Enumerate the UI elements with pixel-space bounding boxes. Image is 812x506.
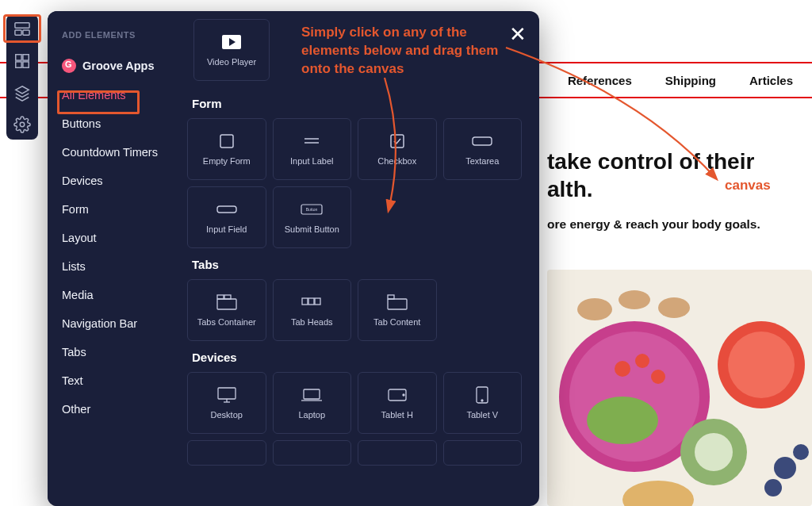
category-label: Countdown Timers [62,146,158,159]
groove-logo-icon [62,59,76,73]
category-label: Lists [62,260,86,273]
nav-item[interactable]: References [568,74,632,87]
play-icon [220,33,243,51]
category-label: Other [62,403,90,416]
tab-heads-icon [301,293,323,311]
svg-point-9 [793,444,809,460]
element-submit-button[interactable]: Button Submit Button [273,186,352,248]
category-devices[interactable]: Devices [48,167,182,195]
element-partial[interactable] [358,440,437,466]
svg-point-11 [577,298,612,320]
tile-label: Checkbox [377,156,416,166]
category-label: Media [62,289,94,301]
category-navigation-bar[interactable]: Navigation Bar [48,309,182,338]
add-elements-panel: ADD ELEMENTS Groove Apps All Elements Bu… [48,11,539,506]
element-laptop[interactable]: Laptop [273,372,352,434]
tile-label: Video Player [207,57,256,67]
element-partial[interactable] [187,440,266,466]
category-countdown-timers[interactable]: Countdown Timers [48,138,182,167]
category-text[interactable]: Text [48,366,182,395]
tablet-h-icon [386,386,408,404]
square-icon [216,132,238,150]
tile-label: Tab Content [373,317,420,327]
elements-icon[interactable] [12,19,33,40]
category-lists[interactable]: Lists [48,252,182,281]
svg-rect-41 [308,298,314,305]
element-checkbox[interactable]: Checkbox [358,118,437,180]
textarea-icon [471,132,493,150]
element-empty-form[interactable]: Empty Form [187,118,266,180]
category-column: ADD ELEMENTS Groove Apps All Elements Bu… [48,11,182,506]
element-input-label[interactable]: Input Label [273,118,352,180]
svg-rect-21 [16,55,21,60]
element-desktop[interactable]: Desktop [187,372,266,434]
nav-item[interactable]: Shipping [665,74,716,87]
svg-point-10 [764,479,782,496]
element-input-field[interactable]: Input Field [187,186,266,248]
tabs-container-icon [216,293,238,311]
category-label: Tabs [62,346,86,358]
close-panel-button[interactable]: ✕ [509,22,527,47]
element-tab-content[interactable]: Tab Content [358,279,437,341]
element-partial[interactable] [443,440,523,466]
button-icon: Button [301,201,323,218]
svg-point-15 [635,354,649,368]
category-label: Form [62,203,89,216]
svg-point-14 [615,361,630,377]
svg-point-3 [587,397,658,444]
layers-icon[interactable] [12,82,33,103]
element-tabs-container[interactable]: Tabs Container [187,279,266,341]
tile-label: Input Label [290,156,333,166]
category-groove-apps[interactable]: Groove Apps [48,51,182,81]
category-all-elements[interactable]: All Elements [48,81,182,109]
svg-rect-23 [16,62,21,67]
input-icon [216,201,238,218]
tile-label: Input Field [206,224,247,234]
svg-rect-22 [23,55,29,60]
tile-label: Submit Button [285,224,339,234]
svg-rect-45 [218,388,236,399]
svg-rect-37 [217,299,236,309]
svg-point-51 [403,394,404,396]
element-partial[interactable] [273,440,352,466]
element-tablet-v[interactable]: Tablet V [443,372,523,434]
category-other[interactable]: Other [48,395,182,424]
category-label: Groove Apps [82,59,155,72]
svg-point-53 [481,400,483,401]
element-video-player[interactable]: Video Player [193,19,270,81]
svg-rect-20 [23,30,29,35]
panel-header: ADD ELEMENTS [48,22,182,51]
category-tabs[interactable]: Tabs [48,338,182,366]
tile-label: Textarea [465,156,499,166]
category-media[interactable]: Media [48,281,182,309]
element-tablet-h[interactable]: Tablet H [358,372,437,434]
tile-label: Desktop [211,410,243,420]
svg-rect-32 [391,135,404,148]
svg-point-26 [20,122,25,127]
category-buttons[interactable]: Buttons [48,109,182,138]
svg-point-16 [651,370,665,384]
tile-label: Laptop [298,410,325,420]
devices-grid-row2 [187,440,522,466]
svg-rect-38 [217,295,224,299]
tab-content-icon [386,293,408,311]
element-tab-heads[interactable]: Tab Heads [273,279,352,341]
element-textarea[interactable]: Textarea [443,118,523,180]
category-label: Devices [62,174,103,187]
svg-rect-48 [304,389,320,399]
section-title-tabs: Tabs [192,258,522,271]
lines-icon [301,132,323,150]
svg-rect-19 [15,30,21,35]
category-layout[interactable]: Layout [48,224,182,252]
settings-icon[interactable] [12,114,33,135]
category-label: Buttons [62,117,101,130]
blocks-icon[interactable] [12,51,33,71]
tablet-v-icon [471,386,493,404]
svg-rect-33 [473,137,492,145]
nav-item[interactable]: Articles [749,74,793,87]
hero-text: take control of their alth. ore energy &… [547,148,801,232]
category-form[interactable]: Form [48,195,182,224]
hero-image [547,270,812,506]
category-label: Text [62,374,83,387]
section-title-devices: Devices [192,351,522,364]
